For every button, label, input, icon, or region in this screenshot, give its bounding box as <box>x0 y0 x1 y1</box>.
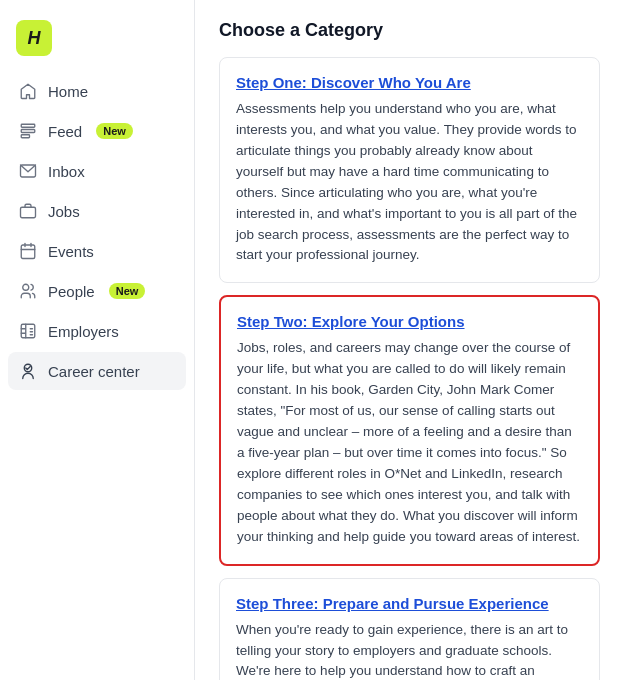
sidebar: H Home Feed New Inbox <box>0 0 195 680</box>
inbox-icon <box>18 161 38 181</box>
people-badge: New <box>109 283 146 299</box>
page-title: Choose a Category <box>219 20 600 41</box>
sidebar-item-label: Events <box>48 243 94 260</box>
sidebar-item-feed[interactable]: Feed New <box>8 112 186 150</box>
step-one-body: Assessments help you understand who you … <box>236 99 583 266</box>
career-icon <box>18 361 38 381</box>
svg-rect-5 <box>21 245 35 259</box>
sidebar-item-jobs[interactable]: Jobs <box>8 192 186 230</box>
svg-rect-1 <box>21 130 35 133</box>
svg-rect-10 <box>21 324 35 338</box>
main-content: Choose a Category Step One: Discover Who… <box>195 0 624 680</box>
sidebar-item-events[interactable]: Events <box>8 232 186 270</box>
sidebar-item-people[interactable]: People New <box>8 272 186 310</box>
step-one-card[interactable]: Step One: Discover Who You Are Assessmen… <box>219 57 600 283</box>
sidebar-item-career-center[interactable]: Career center <box>8 352 186 390</box>
app-logo[interactable]: H <box>16 20 52 56</box>
sidebar-item-label: Inbox <box>48 163 85 180</box>
step-three-title: Step Three: Prepare and Pursue Experienc… <box>236 595 583 612</box>
step-three-body: When you're ready to gain experience, th… <box>236 620 583 680</box>
events-icon <box>18 241 38 261</box>
home-icon <box>18 81 38 101</box>
step-two-body: Jobs, roles, and careers may change over… <box>237 338 582 547</box>
sidebar-item-employers[interactable]: Employers <box>8 312 186 350</box>
step-three-card[interactable]: Step Three: Prepare and Pursue Experienc… <box>219 578 600 680</box>
sidebar-item-label: Employers <box>48 323 119 340</box>
svg-rect-4 <box>21 207 36 218</box>
feed-badge: New <box>96 123 133 139</box>
svg-rect-2 <box>21 135 29 138</box>
svg-rect-0 <box>21 124 35 127</box>
sidebar-item-label: Jobs <box>48 203 80 220</box>
jobs-icon <box>18 201 38 221</box>
step-one-title: Step One: Discover Who You Are <box>236 74 583 91</box>
feed-icon <box>18 121 38 141</box>
sidebar-item-inbox[interactable]: Inbox <box>8 152 186 190</box>
step-two-title: Step Two: Explore Your Options <box>237 313 582 330</box>
sidebar-nav: Home Feed New Inbox Jobs <box>0 72 194 390</box>
employers-icon <box>18 321 38 341</box>
step-two-card[interactable]: Step Two: Explore Your Options Jobs, rol… <box>219 295 600 565</box>
sidebar-item-label: People <box>48 283 95 300</box>
sidebar-item-label: Feed <box>48 123 82 140</box>
sidebar-item-label: Home <box>48 83 88 100</box>
sidebar-item-home[interactable]: Home <box>8 72 186 110</box>
sidebar-item-label: Career center <box>48 363 140 380</box>
svg-point-9 <box>23 284 29 290</box>
people-icon <box>18 281 38 301</box>
